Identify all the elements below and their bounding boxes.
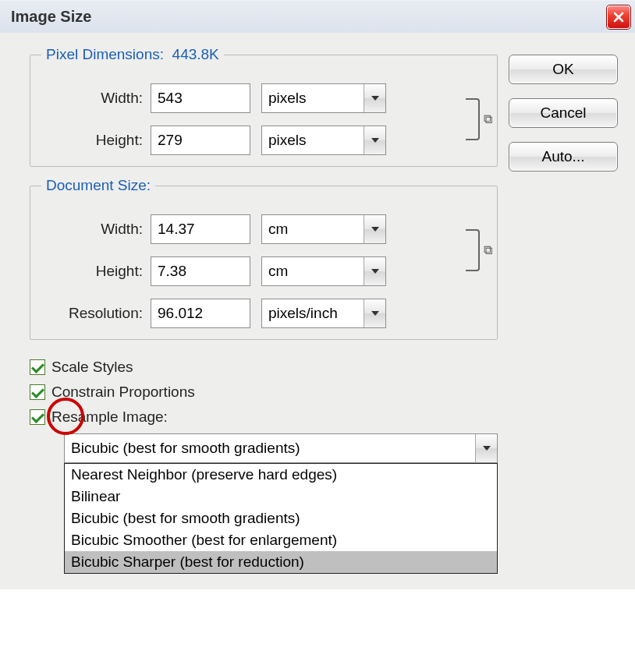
resample-image-checkbox[interactable] <box>30 409 45 425</box>
close-button[interactable] <box>607 5 630 29</box>
pixel-dimensions-size: 443.8K <box>172 46 219 62</box>
pixel-dimensions-legend-text: Pixel Dimensions: <box>46 46 164 62</box>
resolution-label: Resolution: <box>40 305 151 322</box>
pixel-dimensions-legend: Pixel Dimensions: 443.8K <box>41 46 224 63</box>
pixel-width-label: Width: <box>40 90 151 107</box>
document-size-legend: Document Size: <box>41 177 155 194</box>
resample-option[interactable]: Bicubic Smoother (best for enlargement) <box>65 529 497 551</box>
pixel-width-input[interactable] <box>151 83 250 113</box>
resolution-input[interactable] <box>151 299 250 328</box>
doc-width-unit-text: cm <box>262 221 364 238</box>
resample-option[interactable]: Nearest Neighbor (preserve hard edges) <box>65 464 497 486</box>
ok-button[interactable]: OK <box>509 55 618 84</box>
doc-width-label: Width: <box>40 221 151 238</box>
close-icon <box>612 11 625 23</box>
chevron-down-icon <box>364 126 385 154</box>
auto-button[interactable]: Auto... <box>509 142 618 172</box>
resolution-unit-text: pixels/inch <box>262 305 364 322</box>
cancel-button[interactable]: Cancel <box>509 98 618 128</box>
doc-height-unit-select[interactable]: cm <box>261 256 386 286</box>
pixel-height-input[interactable] <box>151 126 250 155</box>
resample-method-dropdown: Nearest Neighbor (preserve hard edges) B… <box>64 463 498 574</box>
pixel-width-unit-select[interactable]: pixels <box>261 83 386 113</box>
doc-link-bracket: ⧉ <box>458 214 488 286</box>
constrain-proportions-label: Constrain Proportions <box>51 384 195 401</box>
pixel-link-bracket: ⧉ <box>458 83 488 155</box>
resample-image-label: Resample Image: <box>51 409 168 426</box>
scale-styles-checkbox[interactable] <box>30 359 45 375</box>
constrain-proportions-checkbox[interactable] <box>30 384 45 400</box>
doc-width-unit-select[interactable]: cm <box>261 214 386 244</box>
resample-method-select[interactable]: Bicubic (best for smooth gradients) <box>64 433 498 463</box>
pixel-dimensions-group: Pixel Dimensions: 443.8K Width: pixels H… <box>30 55 498 167</box>
resample-option[interactable]: Bilinear <box>65 486 497 508</box>
resolution-unit-select[interactable]: pixels/inch <box>261 299 386 328</box>
window-title: Image Size <box>11 8 91 26</box>
document-size-group: Document Size: Width: cm Height: <box>30 186 498 340</box>
constrain-proportions-row: Constrain Proportions <box>30 384 498 401</box>
resample-image-row: Resample Image: <box>30 409 498 426</box>
doc-height-label: Height: <box>40 263 151 280</box>
chain-icon: ⧉ <box>484 243 492 257</box>
chevron-down-icon <box>364 257 385 285</box>
chevron-down-icon <box>364 84 385 112</box>
resample-option[interactable]: Bicubic (best for smooth gradients) <box>65 508 497 529</box>
pixel-height-unit-text: pixels <box>262 132 364 149</box>
scale-styles-row: Scale Styles <box>30 359 498 376</box>
chevron-down-icon <box>475 434 497 462</box>
resample-method-selected: Bicubic (best for smooth gradients) <box>65 440 475 457</box>
resample-option[interactable]: Bicubic Sharper (best for reduction) <box>65 551 497 573</box>
chain-icon: ⧉ <box>484 112 492 126</box>
title-bar: Image Size <box>0 0 635 33</box>
doc-width-input[interactable] <box>151 214 250 244</box>
chevron-down-icon <box>364 299 385 327</box>
doc-height-unit-text: cm <box>262 263 364 280</box>
doc-height-input[interactable] <box>151 256 250 286</box>
chevron-down-icon <box>364 215 385 243</box>
pixel-height-label: Height: <box>40 132 151 149</box>
scale-styles-label: Scale Styles <box>51 359 133 376</box>
pixel-width-unit-text: pixels <box>262 90 364 107</box>
pixel-height-unit-select[interactable]: pixels <box>261 126 386 155</box>
